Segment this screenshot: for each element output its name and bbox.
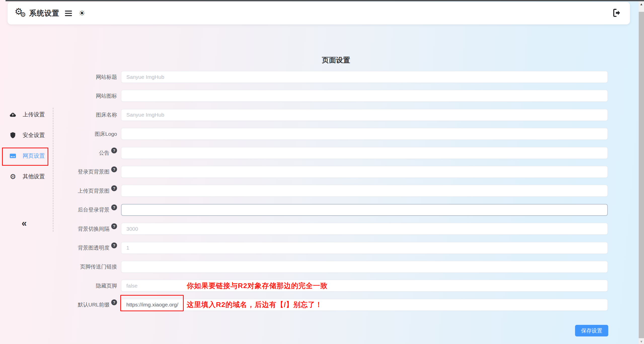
sidebar-item-上传设置[interactable]: 上传设置 [0, 104, 53, 125]
field-label: 默认URL前缀 [78, 301, 109, 308]
browser-card-icon [9, 152, 17, 160]
window-top-border [6, 0, 644, 1]
help-icon[interactable]: ? [111, 148, 117, 153]
field-label: 图床Logo [95, 130, 117, 137]
field-input[interactable] [121, 166, 608, 178]
field-label: 图床名称 [96, 111, 117, 118]
field-input[interactable] [121, 299, 608, 311]
field-input[interactable] [121, 71, 608, 83]
form-field-row: 图床Logo [53, 128, 614, 140]
field-label-cell: 后台登录背景 ? [53, 206, 117, 213]
field-label: 隐藏页脚 [96, 282, 117, 289]
sun-icon[interactable]: ☀ [79, 10, 85, 17]
settings-sidebar: 上传设置 安全设置 网页设置 ⚙ 其他设置 [0, 104, 53, 187]
field-label-cell: 隐藏页脚 [53, 282, 117, 289]
field-input[interactable] [121, 185, 608, 197]
sidebar-item-label: 网页设置 [23, 152, 45, 160]
field-label-cell: 背景切换间隔 ? [53, 225, 117, 232]
help-icon[interactable]: ? [111, 299, 117, 305]
field-label-cell: 图床Logo [53, 130, 117, 137]
field-input[interactable] [121, 147, 608, 159]
form-field-row: 公告 ? [53, 147, 614, 159]
sidebar-item-安全设置[interactable]: 安全设置 [0, 125, 53, 146]
field-label: 背景图透明度 [78, 244, 109, 251]
form-field-row: 后台登录背景 ? [53, 204, 614, 216]
field-label-cell: 背景图透明度 ? [53, 244, 117, 251]
form-field-row: 网站图标 [53, 90, 614, 102]
form-field-row: 背景切换间隔 ? [53, 223, 614, 235]
scroll-down-arrow-icon[interactable]: ▼ [639, 340, 644, 343]
help-icon[interactable]: ? [111, 204, 117, 210]
cloud-upload-icon [9, 111, 17, 118]
field-label-cell: 登录页背景图 ? [53, 168, 117, 175]
settings-form: 网站标题 网站图标 图床名称 图床Logo 公告 ? [53, 71, 614, 318]
field-input[interactable] [121, 242, 608, 254]
field-label: 登录页背景图 [78, 168, 109, 175]
header-bar: ⚙⚙ 系统设置 ☀ [8, 2, 630, 24]
help-icon[interactable]: ? [111, 185, 117, 191]
field-label: 上传页背景图 [78, 187, 109, 194]
field-label-cell: 页脚传送门链接 [53, 263, 117, 270]
save-settings-button[interactable]: 保存设置 [575, 325, 608, 336]
shield-icon [9, 131, 17, 139]
gear-icon: ⚙ [9, 173, 17, 180]
field-input[interactable] [121, 280, 608, 292]
scroll-up-arrow-icon[interactable]: ▲ [639, 2, 644, 6]
help-icon[interactable]: ? [111, 166, 117, 172]
field-label: 页脚传送门链接 [80, 263, 117, 270]
double-gear-icon: ⚙⚙ [15, 7, 28, 20]
form-field-row: 图床名称 [53, 109, 614, 121]
form-title: 页面设置 [53, 55, 619, 65]
sidebar-item-网页设置[interactable]: 网页设置 [0, 146, 53, 166]
logout-icon[interactable] [611, 8, 621, 19]
field-label-cell: 网站图标 [53, 92, 117, 99]
field-label: 网站图标 [96, 92, 117, 99]
form-field-row: 上传页背景图 ? [53, 185, 614, 197]
sidebar-item-其他设置[interactable]: ⚙ 其他设置 [0, 166, 53, 187]
form-field-row: 默认URL前缀 ? 这里填入R2的域名，后边有【/】别忘了！ [53, 299, 614, 311]
sidebar-collapse-button[interactable]: « [22, 218, 27, 229]
vertical-scrollbar[interactable]: ▲ ▼ [639, 1, 644, 344]
field-input[interactable] [121, 109, 608, 121]
hamburger-icon[interactable] [65, 11, 72, 16]
field-label: 后台登录背景 [78, 206, 109, 213]
sidebar-item-label: 安全设置 [23, 131, 45, 139]
field-input[interactable] [121, 223, 608, 235]
page-title: 系统设置 [29, 8, 59, 18]
scrollbar-thumb[interactable] [639, 12, 644, 338]
field-input[interactable] [121, 261, 608, 273]
field-input[interactable] [121, 204, 608, 216]
form-field-row: 页脚传送门链接 [53, 261, 614, 273]
form-field-row: 背景图透明度 ? [53, 242, 614, 254]
sidebar-item-label: 其他设置 [23, 173, 45, 180]
form-field-row: 登录页背景图 ? [53, 166, 614, 178]
field-label-cell: 公告 ? [53, 149, 117, 156]
field-input[interactable] [121, 90, 608, 102]
field-label-cell: 网站标题 [53, 74, 117, 81]
form-field-row: 隐藏页脚 你如果要链接与R2对象存储那边的完全一致 [53, 280, 614, 292]
field-label: 公告 [99, 149, 109, 156]
field-label-cell: 上传页背景图 ? [53, 187, 117, 194]
field-input[interactable] [121, 128, 608, 140]
form-field-row: 网站标题 [53, 71, 614, 83]
help-icon[interactable]: ? [111, 243, 117, 248]
field-label: 背景切换间隔 [78, 225, 109, 232]
sidebar-item-label: 上传设置 [23, 111, 45, 118]
field-label: 网站标题 [96, 74, 117, 81]
field-label-cell: 默认URL前缀 ? [53, 301, 117, 308]
field-label-cell: 图床名称 [53, 111, 117, 118]
help-icon[interactable]: ? [111, 223, 117, 229]
